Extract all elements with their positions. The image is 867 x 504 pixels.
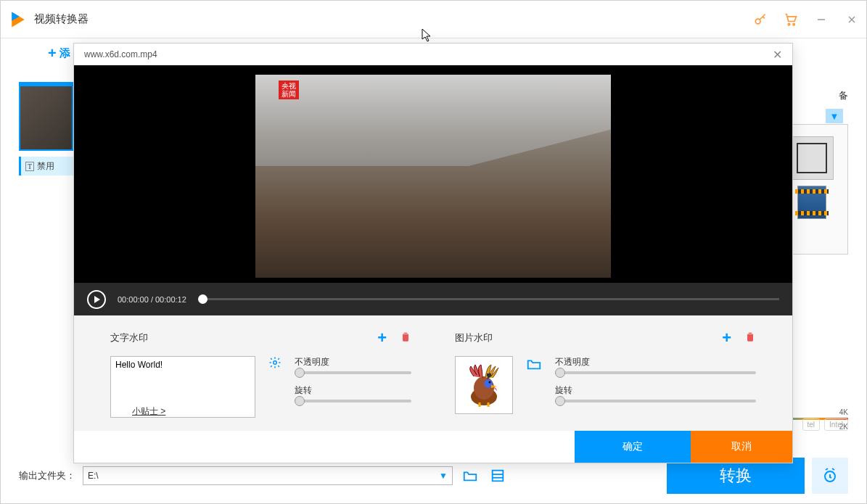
thumbnail-strip: T 禁用 [19,82,73,175]
image-watermark-add-icon[interactable]: + [722,329,731,347]
modal-footer: 确定 取消 [74,431,792,463]
svg-point-0 [755,19,760,24]
text-watermark-settings-icon[interactable] [268,356,282,373]
video-frame: 央视 新闻 [255,75,611,278]
svg-point-1 [788,23,790,25]
modal-header: www.x6d.com.mp4 ✕ [74,44,792,65]
image-rotate-label: 旋转 [555,384,756,397]
format-dropdown-icon[interactable]: ▼ [826,109,843,123]
close-icon[interactable] [845,12,859,27]
svg-point-2 [793,23,795,25]
svg-rect-15 [487,373,491,376]
text-opacity-slider[interactable] [295,371,411,374]
time-display: 00:00:00 / 00:00:12 [118,295,186,304]
svg-rect-6 [493,471,504,482]
image-watermark-browse-icon[interactable] [526,356,542,376]
add-file-button[interactable]: + 添 [48,45,70,62]
cpu-badges: tel Intel [802,418,848,431]
output-folder-label: 输出文件夹： [19,469,75,482]
key-icon[interactable] [753,12,768,27]
image-watermark-delete-icon[interactable] [744,331,756,345]
text-rotate-label: 旋转 [295,384,411,397]
progress-bar[interactable] [198,298,779,300]
svg-point-14 [489,381,491,384]
svg-point-12 [474,376,494,400]
ok-button[interactable]: 确定 [575,431,691,463]
disable-tag[interactable]: T 禁用 [19,157,75,175]
text-watermark-title: 文字水印 [110,331,377,344]
progress-knob[interactable] [198,294,207,304]
svg-point-10 [274,361,277,365]
tips-link[interactable]: 小贴士 > [132,405,165,418]
modal-close-icon[interactable]: ✕ [773,48,782,62]
video-preview[interactable]: 央视 新闻 [74,65,792,283]
minimize-icon[interactable] [814,12,829,27]
schedule-button[interactable] [812,458,848,494]
text-watermark-add-icon[interactable]: + [377,329,387,347]
image-watermark-title: 图片水印 [455,331,722,344]
footer: 输出文件夹： E:\ ▼ 转换 [1,461,866,490]
text-watermark-delete-icon[interactable] [400,331,411,345]
cart-icon[interactable] [784,12,798,27]
list-icon[interactable] [488,466,508,486]
text-rotate-slider[interactable] [295,400,411,402]
text-opacity-label: 不透明度 [295,356,411,368]
watermark-panel: 文字水印 + Hello World! 不透明度 [74,315,792,431]
app-logo-icon [8,9,28,30]
watermark-modal: www.x6d.com.mp4 ✕ 央视 新闻 00:00:00 / 00:00… [73,43,793,463]
main-window: 视频转换器 + 添 T 禁用 [0,0,867,504]
news-badge: 央视 新闻 [279,80,299,99]
add-file-label: 添 [59,46,70,60]
modal-filename: www.x6d.com.mp4 [84,49,157,59]
image-opacity-label: 不透明度 [555,356,756,368]
open-folder-icon[interactable] [460,466,480,486]
image-opacity-slider[interactable] [555,371,756,374]
image-rotate-slider[interactable] [555,400,756,402]
watermark-image-preview[interactable] [455,356,513,414]
cancel-button[interactable]: 取消 [691,431,792,463]
video-thumbnail[interactable] [19,82,73,151]
image-watermark-column: 图片水印 + [455,329,756,431]
output-folder-select[interactable]: E:\ ▼ [83,466,453,485]
app-title: 视频转换器 [34,12,753,26]
play-button[interactable] [87,290,106,309]
titlebar: 视频转换器 [1,1,866,38]
video-controls: 00:00:00 / 00:00:12 [74,283,792,315]
